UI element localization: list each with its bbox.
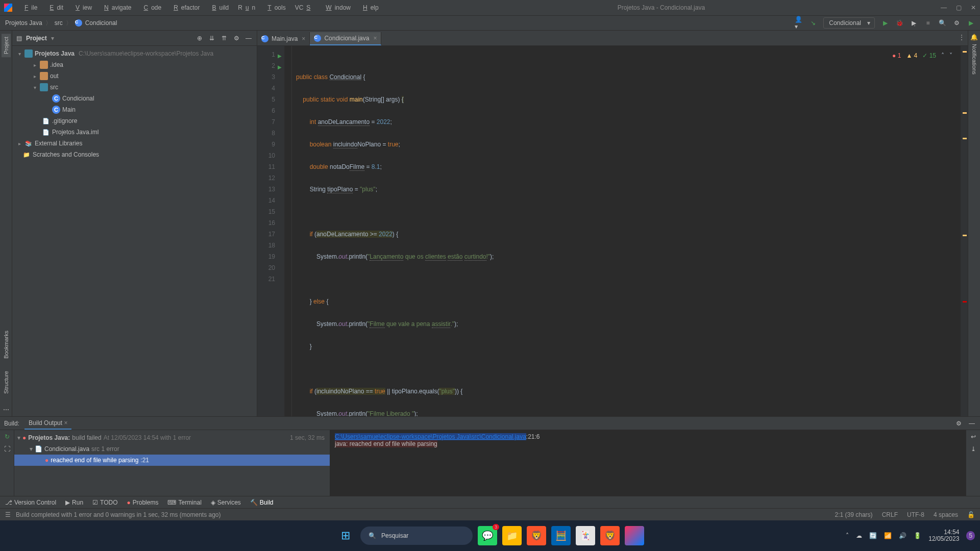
error-stripe[interactable] — [961, 46, 968, 416]
code-editor[interactable]: 123456789101112131415161718192021 ● 1 ▲ … — [257, 46, 968, 416]
line-sep[interactable]: CRLF — [882, 511, 898, 518]
code-content[interactable]: ● 1 ▲ 4 ✓ 15 ˄ ˅ public class Condiciona… — [292, 46, 961, 416]
menu-file[interactable]: File — [18, 2, 40, 13]
run-config-select[interactable]: Condicional — [823, 17, 875, 29]
minimize-icon[interactable]: — — [941, 4, 947, 11]
brave-icon[interactable]: 🦁 — [527, 526, 546, 545]
intellij-icon[interactable] — [625, 526, 644, 545]
tab-notifications[interactable]: Notifications — [970, 41, 979, 78]
tree-out[interactable]: ▸out — [12, 70, 257, 82]
crumb-src[interactable]: src — [55, 19, 63, 27]
soft-wrap-icon[interactable]: ↩ — [971, 433, 976, 440]
more-run-icon[interactable]: ▶ — [967, 19, 975, 27]
rerun-icon[interactable]: ↻ — [5, 433, 10, 440]
system-tray[interactable]: ˄ ☁ 🔄 📶 🔊 🔋 14:5412/05/2023 5 — [846, 529, 975, 542]
clock[interactable]: 14:5412/05/2023 — [928, 529, 959, 542]
encoding[interactable]: UTF-8 — [907, 511, 924, 518]
start-icon[interactable]: ⊞ — [336, 526, 355, 545]
tab-structure[interactable]: Structure — [2, 368, 11, 397]
maximize-icon[interactable]: ▢ — [956, 4, 962, 11]
settings-icon[interactable]: ⚙ — [952, 19, 961, 27]
menu-edit[interactable]: Edit — [43, 2, 66, 13]
tab-bookmarks[interactable]: Bookmarks — [2, 328, 11, 362]
tree-condicional[interactable]: CCondicional — [12, 93, 257, 104]
search-icon[interactable]: 🔍 — [938, 19, 946, 27]
tool-services[interactable]: ◈ Services — [211, 499, 241, 506]
events-icon[interactable]: ☰ — [5, 511, 11, 518]
tree-main[interactable]: CMain — [12, 104, 257, 115]
cards-icon[interactable]: 🃏 — [576, 526, 595, 545]
menu-tools[interactable]: Tools — [261, 2, 288, 13]
build-output-tab[interactable]: Build Output × — [24, 417, 71, 430]
prev-error-icon[interactable]: ˄ — [941, 50, 944, 61]
fold-strip[interactable] — [285, 46, 292, 416]
gear-icon[interactable]: ⚙ — [232, 34, 240, 42]
volume-icon[interactable]: 🔊 — [899, 532, 906, 539]
notif-badge-icon[interactable]: 5 — [966, 531, 975, 540]
tree-iml[interactable]: 📄Projetos Java.iml — [12, 127, 257, 138]
menu-build[interactable]: Build — [206, 2, 232, 13]
explorer-icon[interactable]: 📁 — [502, 526, 522, 545]
tabs-menu-icon[interactable]: ⋮ — [959, 34, 965, 41]
crumb-root[interactable]: Projetos Java — [5, 19, 42, 27]
more-tools-icon[interactable]: ⋯ — [0, 403, 12, 416]
whatsapp-icon[interactable]: 💬3 — [478, 526, 497, 545]
build-output[interactable]: C:\Users\samue\eclipse-workspace\Projeto… — [330, 430, 966, 496]
tool-problems[interactable]: ● Problems — [127, 499, 159, 506]
tool-terminal[interactable]: ⌨ Terminal — [167, 499, 201, 506]
tree-root[interactable]: ▾ Projetos Java C:\Users\samue\eclipse-w… — [12, 48, 257, 59]
tab-main-java[interactable]: CMain.java× — [257, 32, 310, 45]
tab-condicional-java[interactable]: CCondicional.java× — [310, 32, 381, 45]
readonly-icon[interactable]: 🔓 — [967, 511, 975, 518]
build-error-leaf[interactable]: ● reached end of file while parsing :21 — [14, 455, 330, 466]
project-tree[interactable]: ▾ Projetos Java C:\Users\samue\eclipse-w… — [12, 46, 257, 416]
close-icon[interactable]: ✕ — [971, 4, 976, 11]
tree-scratch[interactable]: 📁Scratches and Consoles — [12, 149, 257, 160]
build-root[interactable]: ▾● Projetos Java: build failed At 12/05/… — [14, 432, 330, 443]
indent[interactable]: 4 spaces — [934, 511, 958, 518]
hide-icon[interactable]: — — [244, 34, 253, 42]
menu-view[interactable]: View — [69, 2, 95, 13]
brave2-icon[interactable]: 🦁 — [600, 526, 620, 545]
expand-all-icon[interactable]: ⇊ — [208, 34, 216, 42]
build-hammer-icon[interactable]: ↘ — [809, 19, 817, 27]
menu-refactor[interactable]: Refactor — [167, 2, 203, 13]
taskbar-search[interactable]: 🔍 Pesquisar — [360, 527, 473, 545]
debug-icon[interactable]: 🐞 — [895, 19, 903, 27]
error-file-link[interactable]: C:\Users\samue\eclipse-workspace\Projeto… — [335, 433, 526, 440]
tree-src[interactable]: ▾src — [12, 82, 257, 93]
close-icon[interactable]: × — [302, 35, 305, 42]
menu-vcs[interactable]: VCS — [292, 2, 317, 13]
chevron-down-icon[interactable]: ▾ — [51, 35, 54, 42]
scroll-end-icon[interactable]: ⤓ — [971, 445, 976, 453]
battery-icon[interactable]: 🔋 — [914, 532, 921, 539]
close-icon[interactable]: × — [64, 419, 67, 427]
calculator-icon[interactable]: 🧮 — [551, 526, 571, 545]
wifi-icon[interactable]: 📶 — [884, 532, 892, 539]
tool-vcs[interactable]: ⎇ Version Control — [5, 499, 56, 506]
build-tree[interactable]: ▾● Projetos Java: build failed At 12/05/… — [14, 430, 330, 496]
notifications-icon[interactable]: 🔔 — [970, 34, 978, 41]
gutter[interactable]: 123456789101112131415161718192021 — [257, 46, 285, 416]
stop-icon[interactable]: ■ — [924, 19, 932, 27]
menu-code[interactable]: Code — [137, 2, 164, 13]
tool-run[interactable]: ▶ Run — [65, 499, 83, 506]
tab-project[interactable]: Project — [2, 34, 11, 57]
tree-libs[interactable]: ▸📚External Libraries — [12, 138, 257, 149]
tool-build[interactable]: 🔨 Build — [250, 499, 274, 506]
add-config-icon[interactable]: 👤▾ — [795, 19, 803, 27]
menu-navigate[interactable]: Navigate — [98, 2, 134, 13]
crumb-file[interactable]: Condicional — [85, 19, 117, 27]
close-icon[interactable]: × — [373, 35, 377, 42]
chevron-up-icon[interactable]: ˄ — [846, 532, 849, 539]
build-file[interactable]: ▾📄 Condicional.java src 1 error — [14, 443, 330, 455]
filter-icon[interactable]: ⛶ — [4, 445, 10, 453]
menu-run[interactable]: Run — [235, 2, 258, 13]
onedrive-icon[interactable]: ☁ — [856, 532, 862, 539]
target-icon[interactable]: ⊕ — [195, 34, 204, 42]
menu-window[interactable]: Window — [320, 2, 354, 13]
gear-icon[interactable]: ⚙ — [954, 419, 963, 428]
coverage-icon[interactable]: ▶̣ — [910, 19, 918, 27]
inspection-widget[interactable]: ● 1 ▲ 4 ✓ 15 ˄ ˅ — [889, 49, 955, 62]
next-error-icon[interactable]: ˅ — [949, 50, 952, 61]
